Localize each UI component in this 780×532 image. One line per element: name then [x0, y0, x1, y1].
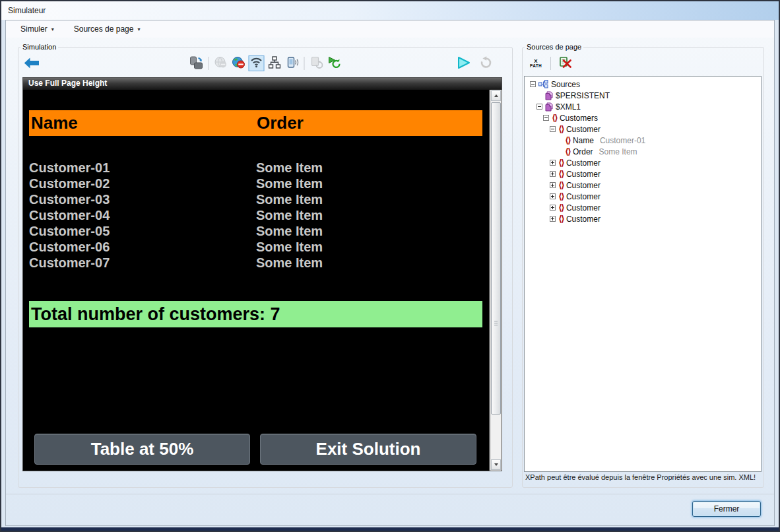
tree-node-label: Customer — [566, 158, 601, 168]
customer-order: Some Item — [256, 255, 323, 271]
tree-expand-toggle[interactable] — [550, 171, 556, 177]
toolbar-separator — [209, 57, 209, 70]
chevron-down-icon: ▾ — [51, 26, 54, 32]
wifi-button[interactable] — [249, 55, 265, 71]
reset-button[interactable] — [478, 55, 494, 71]
simulated-page-content: Name Order Customer-01Some ItemCustomer-… — [23, 90, 489, 471]
remove-xpath-button[interactable] — [558, 55, 573, 71]
customer-name: Customer-07 — [29, 255, 110, 270]
menu-simuler[interactable]: Simuler ▾ — [18, 23, 57, 35]
table-row: Customer-06Some Item — [29, 239, 486, 255]
table-row: Customer-01Some Item — [29, 160, 486, 176]
refresh-page-button[interactable] — [309, 55, 325, 71]
scroll-up-icon[interactable] — [491, 90, 501, 101]
play-button[interactable] — [456, 55, 472, 71]
page-scrollbar[interactable] — [489, 90, 502, 471]
tree-node-label: Customer — [566, 215, 601, 224]
mobile-signal-button[interactable] — [284, 55, 300, 71]
tree-node-value: Some Item — [599, 147, 637, 156]
tree-node-label: Sources — [551, 80, 580, 89]
element-icon: ⟨⟩ — [552, 114, 557, 122]
wifi-icon — [251, 57, 263, 70]
element-icon: ⟨⟩ — [565, 148, 570, 156]
table-row: Customer-03Some Item — [29, 191, 486, 207]
element-icon: ⟨⟩ — [558, 215, 564, 223]
total-customers-bar: Total number of customers: 7 — [29, 301, 482, 327]
toolbar-separator — [304, 57, 305, 70]
tree-item[interactable]: $PERSISTENT — [525, 90, 761, 101]
exit-solution-button[interactable]: Exit Solution — [260, 434, 476, 465]
tree-item[interactable]: ⟨⟩NameCustomer-01 — [525, 135, 761, 146]
customer-order: Some Item — [256, 239, 323, 255]
customer-name: Customer-03 — [29, 192, 110, 207]
tree-node-label: $XML1 — [556, 102, 581, 112]
simulated-page-body: Name Order Customer-01Some ItemCustomer-… — [23, 90, 502, 471]
element-icon: ⟨⟩ — [558, 204, 564, 212]
remove-xpath-icon — [560, 57, 571, 70]
table-header-row: Name Order — [29, 110, 482, 136]
device-rotate-button[interactable] — [189, 55, 205, 71]
element-icon: ⟨⟩ — [558, 159, 564, 167]
reset-icon — [479, 56, 492, 71]
tree-item[interactable]: ⟨⟩Customer — [525, 168, 761, 180]
device-toolbar — [189, 55, 342, 71]
tree-expand-toggle[interactable] — [550, 205, 556, 211]
customer-name: Customer-02 — [29, 176, 110, 191]
menu-sources-de-page[interactable]: Sources de page ▾ — [71, 23, 143, 35]
toolbar-separator — [550, 57, 551, 70]
customer-rows: Customer-01Some ItemCustomer-02Some Item… — [29, 160, 486, 271]
reload-sources-button[interactable] — [327, 55, 342, 71]
dialog-footer: Fermer — [6, 494, 774, 525]
tree-item[interactable]: ⟨⟩Customer — [525, 202, 761, 213]
tree-expand-toggle[interactable] — [530, 81, 536, 87]
tree-item[interactable]: ⟨⟩Customer — [525, 213, 761, 224]
column-header-order: Order — [257, 113, 304, 133]
tree-item[interactable]: ⟨⟩Customer — [525, 123, 761, 135]
tree-expand-toggle[interactable] — [550, 193, 556, 199]
xpath-hint-text: XPath peut être évalué depuis la fenêtre… — [525, 473, 756, 481]
back-button[interactable] — [24, 56, 40, 72]
scroll-down-icon[interactable] — [491, 459, 501, 470]
browser-blocked-button[interactable] — [231, 55, 247, 71]
simulation-panel: Simulation — [18, 43, 513, 488]
window-titlebar: Simulateur — [1, 1, 779, 20]
element-icon: ⟨⟩ — [558, 182, 564, 189]
tree-node-label: Customer — [566, 125, 601, 134]
sources-panel: Sources de page XPATH Sources$PERSIS — [522, 43, 764, 488]
tree-expand-toggle[interactable] — [550, 216, 556, 222]
xpath-button[interactable]: XPATH — [528, 55, 544, 71]
tree-item[interactable]: Sources — [525, 79, 761, 90]
close-button[interactable]: Fermer — [692, 501, 761, 517]
back-icon — [24, 57, 40, 71]
network-button[interactable] — [267, 55, 282, 71]
simulated-page: Use Full Page Height Name Order Customer… — [22, 77, 502, 471]
sources-icon — [538, 80, 548, 88]
tree-expand-toggle[interactable] — [550, 126, 556, 132]
element-icon: ⟨⟩ — [558, 193, 564, 201]
tree-item[interactable]: ⟨⟩Customers — [525, 112, 761, 123]
scrollbar-thumb[interactable] — [491, 102, 501, 415]
customer-name: Customer-05 — [29, 224, 110, 238]
menu-simuler-label: Simuler — [20, 24, 48, 34]
network-icon — [268, 56, 280, 71]
table-at-50-button[interactable]: Table at 50% — [34, 434, 250, 465]
customer-order: Some Item — [256, 223, 323, 239]
tree-item[interactable]: ⟨⟩OrderSome Item — [525, 146, 761, 157]
doc-icon — [545, 102, 553, 112]
tree-item[interactable]: ⟨⟩Customer — [525, 157, 761, 168]
tree-expand-toggle[interactable] — [550, 182, 556, 188]
tree-item[interactable]: ⟨⟩Customer — [525, 180, 761, 191]
menu-bar: Simuler ▾ Sources de page ▾ — [6, 20, 774, 38]
tree-expand-toggle[interactable] — [543, 115, 549, 121]
browser-offline-button[interactable] — [213, 55, 229, 71]
browser-blocked-icon — [232, 56, 245, 71]
simulated-page-title: Use Full Page Height — [23, 78, 502, 90]
element-icon: ⟨⟩ — [558, 170, 564, 178]
tree-item[interactable]: $XML1 — [525, 101, 761, 112]
tree-item[interactable]: ⟨⟩Customer — [525, 191, 761, 202]
tree-expand-toggle[interactable] — [550, 160, 556, 166]
browser-offline-icon — [214, 56, 228, 71]
tree-expand-toggle[interactable] — [536, 104, 542, 110]
table-row: Customer-02Some Item — [29, 176, 486, 191]
sources-tree: Sources$PERSISTENT$XML1⟨⟩Customers⟨⟩Cust… — [524, 76, 762, 472]
